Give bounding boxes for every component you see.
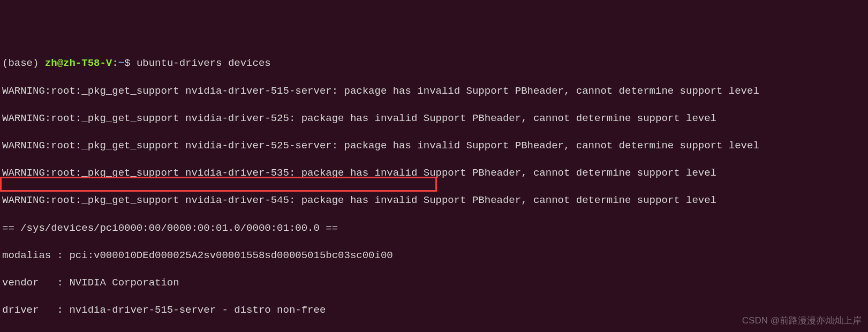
prompt-dollar: $ [124, 57, 137, 69]
prompt-colon: : [112, 57, 118, 69]
warning-line: WARNING:root:_pkg_get_support nvidia-dri… [2, 139, 866, 153]
driver-line: driver : nvidia-driver-515-server - dist… [2, 304, 866, 318]
warning-line: WARNING:root:_pkg_get_support nvidia-dri… [2, 112, 866, 126]
warning-line: WARNING:root:_pkg_get_support nvidia-dri… [2, 85, 866, 99]
device-header: == /sys/devices/pci0000:00/0000:00:01.0/… [2, 222, 866, 236]
vendor-line: vendor : NVIDIA Corporation [2, 276, 866, 290]
conda-env: (base) [2, 57, 45, 69]
prompt-line[interactable]: (base) zh@zh-T58-V:~$ ubuntu-drivers dev… [2, 57, 866, 71]
warning-line: WARNING:root:_pkg_get_support nvidia-dri… [2, 167, 866, 180]
watermark: CSDN @前路漫漫亦灿灿上岸 [742, 314, 862, 328]
prompt-path: ~ [118, 57, 124, 69]
command-input[interactable]: ubuntu-drivers devices [137, 57, 271, 69]
warning-line: WARNING:root:_pkg_get_support nvidia-dri… [2, 194, 866, 208]
user-host: zh@zh-T58-V [45, 57, 112, 69]
modalias-line: modalias : pci:v000010DEd000025A2sv00001… [2, 249, 866, 263]
